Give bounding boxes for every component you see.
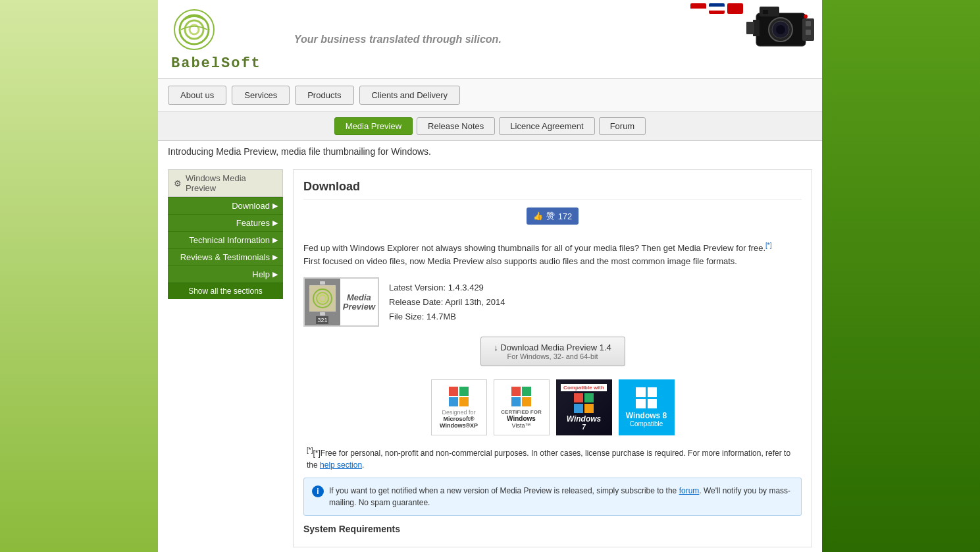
subnav-forum[interactable]: Forum: [599, 117, 646, 135]
download-section: Download 赞 172 Fed up with Windows Explo…: [293, 169, 812, 547]
sidebar-download[interactable]: Download ▶: [168, 197, 283, 214]
forum-link[interactable]: forum: [679, 486, 700, 495]
arrow-icon: ▶: [272, 236, 278, 244]
footnote-text: [*][*]Free for personal, non-profit and …: [303, 445, 802, 471]
sidebar-menu: ⚙ Windows Media Preview Download ▶ Featu…: [168, 169, 283, 547]
sidebar-show-all[interactable]: Show all the sections: [168, 283, 283, 299]
sidebar-reviews[interactable]: Reviews & Testimonials ▶: [168, 248, 283, 265]
main-content: BabelSoft Your business translated throu…: [158, 0, 822, 552]
badge-windows-8: Windows 8 Compatible: [619, 379, 675, 435]
film-strip: 321: [305, 277, 340, 327]
svg-rect-11: [806, 30, 811, 35]
sidebar-help[interactable]: Help ▶: [168, 265, 283, 283]
flag-fr: [709, 3, 725, 14]
subnav-media-preview[interactable]: Media Preview: [334, 117, 413, 135]
like-button[interactable]: 赞 172: [527, 207, 579, 225]
logo-text: BabelSoft: [171, 55, 261, 72]
download-btn-label: ↓ Download Media Preview 1.4: [489, 343, 617, 352]
windows-flag-xp: [449, 387, 469, 406]
subnav-licence-agreement[interactable]: Licence Agreement: [499, 117, 594, 135]
badge-windows-vista: CERTIFIED FOR Windows Vista™: [494, 379, 550, 435]
download-button[interactable]: ↓ Download Media Preview 1.4 For Windows…: [480, 337, 625, 366]
flag-jp: [690, 3, 706, 14]
system-requirements-title: System Requirements: [303, 524, 802, 537]
nav-products[interactable]: Products: [295, 86, 353, 105]
windows-flag-7: [574, 393, 594, 413]
info-box: i If you want to get notified when a new…: [303, 478, 802, 516]
download-btn-sublabel: For Windows, 32- and 64-bit: [489, 352, 617, 360]
content-area: ⚙ Windows Media Preview Download ▶ Featu…: [158, 159, 822, 552]
arrow-icon: ▶: [272, 219, 278, 227]
arrow-icon: ▶: [272, 253, 278, 262]
sidebar-features[interactable]: Features ▶: [168, 214, 283, 231]
main-nav: About us Services Products Clients and D…: [158, 79, 822, 112]
intro-text: Introducing Media Preview, media file th…: [158, 141, 822, 159]
arrow-icon: ▶: [272, 202, 278, 210]
nav-services[interactable]: Services: [232, 86, 290, 105]
like-count: 172: [558, 211, 573, 221]
nav-clients-delivery[interactable]: Clients and Delivery: [359, 86, 461, 105]
subnav-release-notes[interactable]: Release Notes: [417, 117, 495, 135]
product-logo: 321 Media Preview: [303, 277, 379, 327]
description-text: Fed up with Windows Explorer not always …: [303, 240, 802, 267]
main-panel: Download 赞 172 Fed up with Windows Explo…: [293, 169, 812, 547]
flag-other: [727, 3, 743, 14]
download-title: Download: [303, 180, 802, 200]
svg-point-2: [185, 20, 203, 39]
gear-icon: ⚙: [174, 179, 182, 188]
flags-area: [690, 3, 743, 14]
header: BabelSoft Your business translated throu…: [158, 0, 822, 79]
film-frame: [309, 285, 336, 312]
sidebar-header: ⚙ Windows Media Preview: [168, 169, 283, 197]
arrow-icon: ▶: [272, 270, 278, 279]
tagline: Your business translated through silicon…: [294, 34, 502, 45]
compat-badges: Designed for Microsoft® Windows®XP CERTI…: [303, 379, 802, 435]
sub-nav: Media Preview Release Notes Licence Agre…: [158, 112, 822, 141]
nav-about-us[interactable]: About us: [168, 86, 226, 105]
product-details: Latest Version: 1.4.3.429 Release Date: …: [389, 281, 505, 324]
footnote-ref: [*]: [765, 242, 771, 249]
svg-point-14: [804, 14, 808, 18]
sidebar-technical-info[interactable]: Technical Information ▶: [168, 231, 283, 248]
left-decorative-panel: [0, 0, 158, 552]
right-decorative-panel: [822, 0, 980, 552]
help-section-link[interactable]: help section: [320, 460, 362, 470]
info-icon: i: [312, 485, 324, 497]
svg-rect-5: [760, 7, 779, 16]
svg-rect-15: [763, 10, 768, 14]
camera-image: [743, 0, 815, 59]
logo-area: BabelSoft: [171, 7, 261, 72]
badge-windows-7: Compatible with Windows 7: [556, 379, 612, 435]
svg-rect-13: [746, 22, 754, 34]
badge-windows-xp: Designed for Microsoft® Windows®XP: [431, 379, 487, 435]
product-info-row: 321 Media Preview Latest Version: 1.4.3.…: [303, 277, 802, 327]
windows-flag-vista: [511, 387, 531, 406]
logo-icon: [171, 7, 217, 53]
svg-rect-10: [806, 21, 811, 26]
svg-point-8: [776, 25, 785, 34]
windows-flag-8: [636, 387, 657, 408]
